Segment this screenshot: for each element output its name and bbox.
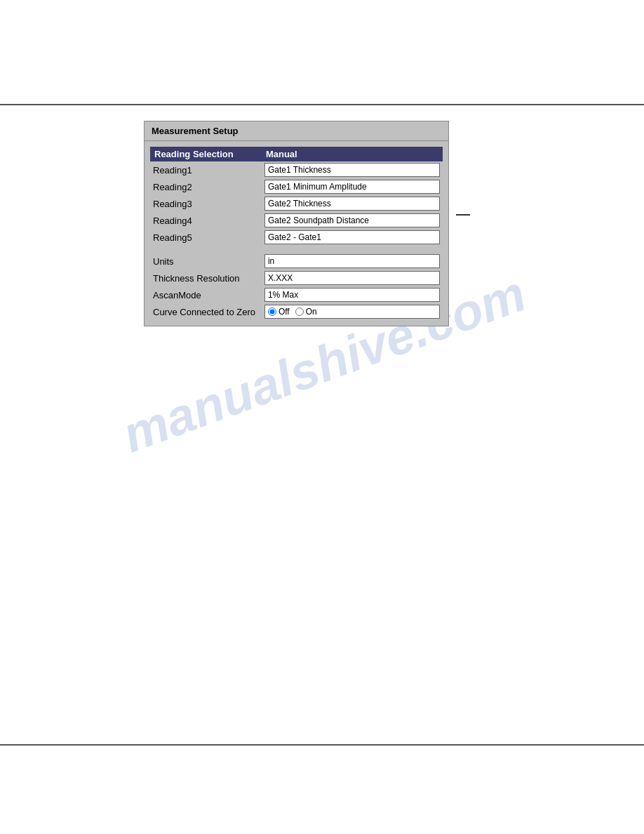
curve-connected-radio-group: Off On	[264, 305, 440, 319]
reading4-row: Reading4	[150, 212, 443, 229]
ascan-mode-input[interactable]	[264, 288, 440, 302]
reading4-input[interactable]	[264, 213, 440, 227]
thickness-resolution-input[interactable]	[264, 271, 440, 285]
reading3-label: Reading3	[153, 199, 192, 209]
radio-off-input[interactable]	[268, 307, 276, 316]
thickness-resolution-row: Thickness Resolution	[150, 270, 443, 286]
radio-on-label: On	[306, 307, 317, 317]
reading1-label: Reading1	[153, 165, 192, 176]
reading1-row: Reading1	[150, 161, 443, 178]
curve-connected-row: Curve Connected to Zero Off On	[150, 303, 443, 320]
measurement-setup-dialog: Measurement Setup Reading Selection Manu…	[144, 121, 449, 326]
radio-on-option[interactable]: On	[295, 307, 317, 317]
ascan-mode-row: AscanMode	[150, 286, 443, 303]
reading-selection-row[interactable]: Reading Selection Manual	[150, 147, 443, 161]
radio-on-input[interactable]	[295, 307, 304, 316]
top-rule	[0, 104, 644, 105]
reading4-label: Reading4	[153, 216, 192, 226]
units-label: Units	[153, 256, 174, 267]
form-table: Reading Selection Manual Reading1	[150, 147, 443, 320]
thickness-resolution-label: Thickness Resolution	[153, 273, 240, 284]
reading-selection-value: Manual	[266, 149, 297, 159]
reading1-input[interactable]	[264, 163, 440, 177]
dialog-content: Reading Selection Manual Reading1	[145, 141, 448, 326]
ascan-mode-label: AscanMode	[153, 290, 201, 300]
reading5-row: Reading5	[150, 229, 443, 246]
bottom-rule	[0, 744, 644, 746]
dialog-title: Measurement Setup	[145, 121, 448, 141]
radio-off-label: Off	[279, 307, 290, 317]
units-input[interactable]	[264, 254, 440, 268]
page-container: manualshive.com Measurement Setup Readin…	[0, 0, 644, 834]
reading5-label: Reading5	[153, 232, 192, 243]
radio-off-option[interactable]: Off	[268, 307, 290, 317]
reading2-row: Reading2	[150, 178, 443, 195]
right-indicator	[456, 214, 470, 216]
units-row: Units	[150, 253, 443, 270]
reading3-input[interactable]	[264, 197, 440, 211]
spacer-row	[150, 246, 443, 253]
reading2-input[interactable]	[264, 180, 440, 194]
curve-connected-label: Curve Connected to Zero	[153, 307, 255, 317]
reading5-input[interactable]	[264, 230, 440, 244]
reading-selection-label: Reading Selection	[154, 149, 234, 159]
reading2-label: Reading2	[153, 182, 192, 192]
reading3-row: Reading3	[150, 195, 443, 212]
